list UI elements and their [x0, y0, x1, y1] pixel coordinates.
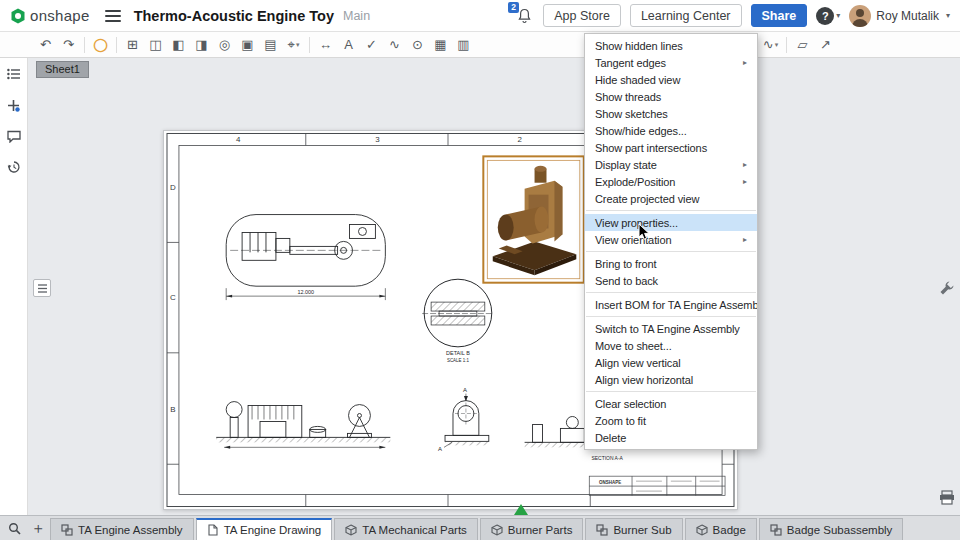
menu-item-view-properties[interactable]: View properties...: [585, 214, 757, 231]
menu-item-switch-to-ta-engine-assembly[interactable]: Switch to TA Engine Assembly: [585, 320, 757, 337]
weld-symbol-icon[interactable]: ∿: [383, 35, 406, 55]
menu-item-bring-to-front[interactable]: Bring to front: [585, 255, 757, 272]
app-store-button[interactable]: App Store: [543, 4, 621, 27]
sheet-settings-icon[interactable]: ▱: [791, 35, 814, 55]
menu-item-insert-bom-for-ta-engine-assembly[interactable]: Insert BOM for TA Engine Assembly ...: [585, 296, 757, 313]
menu-item-align-view-vertical[interactable]: Align view vertical: [585, 354, 757, 371]
undo-icon[interactable]: ↶: [34, 35, 57, 55]
tab-badge[interactable]: Badge: [685, 518, 757, 540]
export-icon[interactable]: ↗: [814, 35, 837, 55]
tab-ta-engine-drawing[interactable]: TA Engine Drawing: [196, 518, 333, 540]
menu-item-tangent-edges[interactable]: Tangent edges▸: [585, 54, 757, 71]
menu-item-view-orientation[interactable]: View orientation▸: [585, 231, 757, 248]
document-tabbar: ＋ TA Engine AssemblyTA Engine DrawingTA …: [0, 515, 960, 540]
view-elevation[interactable]: [216, 402, 390, 449]
tab-burner-parts[interactable]: Burner Parts: [480, 518, 584, 540]
break-view-icon[interactable]: ▤: [259, 35, 282, 55]
help-icon: ?: [816, 7, 834, 25]
menu-divider: [586, 210, 756, 211]
centermark-icon[interactable]: ⌖▾: [282, 35, 305, 55]
comment-icon[interactable]: [6, 128, 22, 144]
menu-item-label: Show sketches: [595, 108, 668, 120]
detail-view-icon[interactable]: ◎: [213, 35, 236, 55]
search-tabs-icon[interactable]: [2, 516, 26, 540]
menu-item-show-hidden-lines[interactable]: Show hidden lines: [585, 37, 757, 54]
user-name: Roy Mutalik: [876, 9, 939, 23]
menu-item-label: View orientation: [595, 234, 671, 246]
menu-item-send-to-back[interactable]: Send to back: [585, 272, 757, 289]
share-button[interactable]: Share: [751, 4, 808, 27]
tab-label: Badge: [713, 524, 746, 536]
redo-icon[interactable]: ↷: [57, 35, 80, 55]
view-isometric-selected[interactable]: [483, 156, 583, 282]
menu-item-label: Show/hide edges...: [595, 125, 687, 137]
printer-icon[interactable]: [939, 490, 955, 509]
menu-item-label: Align view horizontal: [595, 374, 693, 386]
notifications-button[interactable]: 2: [514, 6, 534, 26]
history-icon[interactable]: [6, 159, 22, 175]
menu-item-clear-selection[interactable]: Clear selection: [585, 395, 757, 412]
tab-burner-sub[interactable]: Burner Sub: [585, 518, 682, 540]
top-header: onshape Thermo-Acoustic Engine Toy Main …: [0, 0, 960, 32]
hamburger-menu-icon[interactable]: [105, 10, 121, 22]
menu-item-show-hide-edges[interactable]: Show/hide edges...: [585, 122, 757, 139]
auxiliary-view-icon[interactable]: ◧: [167, 35, 190, 55]
note-icon[interactable]: A: [337, 35, 360, 55]
menu-item-label: Clear selection: [595, 398, 666, 410]
bell-icon: [517, 8, 532, 24]
user-menu[interactable]: Roy Mutalik ▾: [849, 5, 950, 27]
menu-item-show-threads[interactable]: Show threads: [585, 88, 757, 105]
dimension-label: 12.000: [297, 289, 314, 295]
feature-list-icon[interactable]: [6, 66, 22, 82]
menu-item-label: Show threads: [595, 91, 661, 103]
menu-item-show-sketches[interactable]: Show sketches: [585, 105, 757, 122]
toolbar-separator: [116, 37, 117, 53]
insert-view-icon[interactable]: ⊞: [121, 35, 144, 55]
menu-item-zoom-to-fit[interactable]: Zoom to fit: [585, 412, 757, 429]
workspace-label[interactable]: Main: [343, 9, 370, 23]
menu-item-explode-position[interactable]: Explode/Position▸: [585, 173, 757, 190]
view-side-section[interactable]: A A: [438, 387, 489, 453]
menu-item-label: Delete: [595, 432, 626, 444]
crop-view-icon[interactable]: ▣: [236, 35, 259, 55]
tab-badge-subassembly[interactable]: Badge Subassembly: [759, 518, 903, 540]
tab-ta-mechanical-parts[interactable]: TA Mechanical Parts: [334, 518, 478, 540]
drawing-canvas[interactable]: Sheet1: [28, 58, 960, 515]
balloon-icon[interactable]: ⊙: [406, 35, 429, 55]
menu-item-create-projected-view[interactable]: Create projected view: [585, 190, 757, 207]
menu-item-align-view-horizontal[interactable]: Align view horizontal: [585, 371, 757, 388]
insert-item-icon[interactable]: [6, 97, 22, 113]
surface-finish-icon[interactable]: ✓: [360, 35, 383, 55]
table-icon[interactable]: ▦: [429, 35, 452, 55]
tab-ta-engine-assembly[interactable]: TA Engine Assembly: [50, 518, 194, 540]
section-view-icon[interactable]: ◨: [190, 35, 213, 55]
sketch-icon[interactable]: ◯: [89, 35, 112, 55]
help-menu[interactable]: ? ▾: [816, 7, 840, 25]
add-tab-button[interactable]: ＋: [26, 516, 50, 540]
learning-center-button[interactable]: Learning Center: [630, 4, 742, 27]
onshape-logo[interactable]: onshape: [10, 7, 90, 24]
wrench-icon[interactable]: [939, 280, 955, 300]
zone-label: B: [170, 405, 175, 414]
sheet-tab[interactable]: Sheet1: [36, 61, 89, 78]
menu-item-delete[interactable]: Delete: [585, 429, 757, 446]
menu-item-show-part-intersections[interactable]: Show part intersections: [585, 139, 757, 156]
view-plan[interactable]: 12.000: [226, 215, 385, 301]
projected-view-icon[interactable]: ◫: [144, 35, 167, 55]
spline-tool-icon[interactable]: ∿▾: [759, 35, 782, 55]
dimension-icon[interactable]: ↔: [314, 35, 337, 55]
tab-label: TA Engine Assembly: [78, 524, 183, 536]
menu-item-move-to-sheet[interactable]: Move to sheet...: [585, 337, 757, 354]
menu-item-display-state[interactable]: Display state▸: [585, 156, 757, 173]
zone-label: D: [170, 183, 176, 192]
hole-table-icon[interactable]: ▥: [452, 35, 475, 55]
sheet-properties-button[interactable]: [33, 279, 51, 297]
tab-label: TA Engine Drawing: [224, 524, 322, 536]
zone-label: 2: [517, 135, 522, 144]
view-context-menu: Show hidden linesTangent edges▸Hide shad…: [584, 33, 758, 450]
menu-item-hide-shaded-view[interactable]: Hide shaded view: [585, 71, 757, 88]
view-detail[interactable]: DETAIL B SCALE 1:1: [422, 279, 494, 363]
assembly-icon: [770, 524, 782, 536]
drawing-toolbar: ↶↷◯⊞◫◧◨◎▣▤⌖▾↔A✓∿⊙▦▥∨▾╱∿▾▱↗: [0, 32, 960, 58]
menu-item-label: Bring to front: [595, 258, 657, 270]
